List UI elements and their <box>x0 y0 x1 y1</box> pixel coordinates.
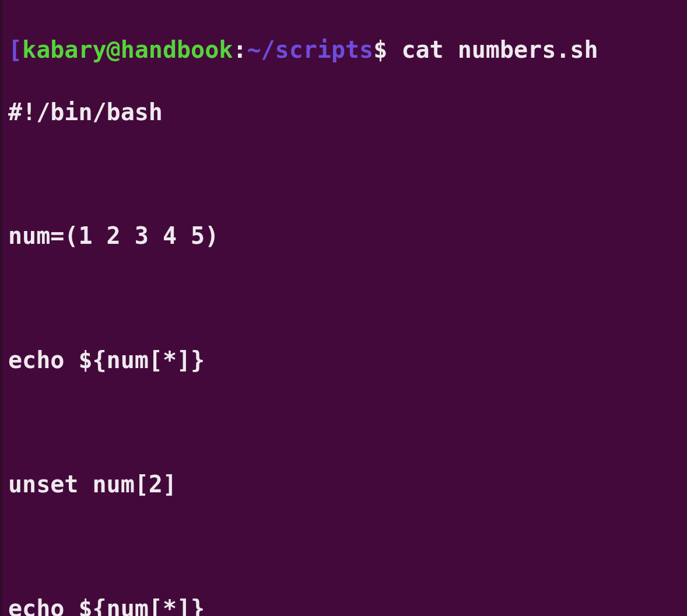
command-cat: cat numbers.sh <box>387 36 598 63</box>
prompt-user: kabary <box>22 36 107 63</box>
prompt-dollar: $ <box>373 36 387 63</box>
prompt-colon: : <box>233 36 247 63</box>
script-shebang: #!/bin/bash <box>8 97 681 128</box>
bracket-open: [ <box>8 36 22 63</box>
blank-line <box>8 283 681 314</box>
blank-line <box>8 407 681 438</box>
script-echo1: echo ${num[*]} <box>8 345 681 376</box>
blank-line <box>8 159 681 190</box>
script-unset-idx: unset num[2] <box>8 469 681 500</box>
prompt-line-1: [kabary@handbook:~/scripts$ cat numbers.… <box>8 34 681 65</box>
script-assign: num=(1 2 3 4 5) <box>8 220 681 251</box>
prompt-path: ~/scripts <box>247 36 373 63</box>
blank-line <box>8 531 681 562</box>
prompt-at: @ <box>107 36 121 63</box>
prompt-host: handbook <box>121 36 233 63</box>
terminal-window[interactable]: [kabary@handbook:~/scripts$ cat numbers.… <box>0 0 687 616</box>
script-echo2: echo ${num[*]} <box>8 593 681 616</box>
